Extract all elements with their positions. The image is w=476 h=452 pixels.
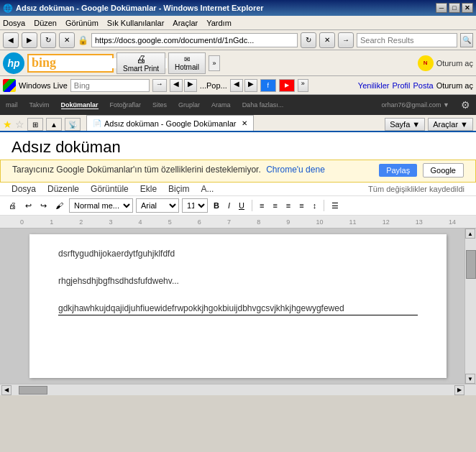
browser-btns: ◀ ▶ (230, 79, 257, 92)
extra-btn[interactable]: » (298, 79, 308, 92)
doc-menu-goruntule[interactable]: Görüntüle (91, 184, 129, 194)
promo-link[interactable]: Chrome'u dene (266, 165, 325, 175)
bing-search-box[interactable]: bing (27, 54, 114, 73)
nav-arama[interactable]: Arama (211, 101, 231, 109)
nav-mail[interactable]: mail (6, 101, 18, 109)
bold-btn[interactable]: B (211, 198, 222, 213)
tools-button[interactable]: Araçlar ▼ (428, 118, 473, 131)
refresh-address-button[interactable]: ↻ (301, 32, 316, 48)
scroll-up-btn[interactable]: ▲ (465, 229, 475, 239)
fav-star1[interactable]: ★ (3, 119, 12, 130)
page-button[interactable]: Sayfa ▼ (385, 118, 425, 131)
line-spacing-btn[interactable]: ↕ (310, 198, 320, 213)
feeds-btn[interactable]: 📡 (65, 118, 81, 131)
maximize-button[interactable]: □ (449, 3, 460, 13)
bing-search-input[interactable] (70, 79, 150, 92)
italic-btn[interactable]: I (225, 198, 233, 213)
doc-menu-dosya[interactable]: Dosya (12, 184, 36, 194)
nav-x-button[interactable]: ✕ (319, 32, 335, 48)
tab-bar: ★ ☆ ⊞ ▲ 📡 📄 Adsız doküman - Google Doküm… (0, 115, 476, 132)
align-left-btn[interactable]: ≡ (257, 198, 267, 213)
menu-yardim[interactable]: Yardım (206, 19, 232, 27)
doc-menu-duzenle[interactable]: Düzenle (47, 184, 79, 194)
back-button[interactable]: ◀ (3, 32, 19, 48)
menu-sik[interactable]: Sık Kullanılanlar (107, 19, 165, 27)
title-bar: 🌐 Adsız doküman - Google Dokümanlar - Wi… (0, 0, 476, 16)
nav-fwd-btn[interactable]: ▶ (184, 79, 197, 92)
facebook-icon[interactable]: f (260, 79, 276, 92)
youtube-icon[interactable]: ▶ (279, 79, 295, 92)
list-btn[interactable]: ☰ (329, 198, 342, 213)
print-tool-btn[interactable]: 🖨 (6, 198, 19, 213)
font-select[interactable]: Arial (136, 198, 179, 213)
google-button[interactable]: Google (423, 163, 464, 177)
doc-content: dsrftygudh​ijokaerdytfguhjklfdfd rhgjehs… (0, 229, 476, 384)
browser-btn1[interactable]: ◀ (230, 79, 243, 92)
style-select[interactable]: Normal me... (69, 198, 133, 213)
nav-gruplar[interactable]: Gruplar (178, 101, 200, 109)
redo-tool-btn[interactable]: ↪ (37, 198, 50, 213)
nav-daha[interactable]: Daha fazlası... (242, 101, 284, 109)
hotmail-icon: ✉ (184, 55, 190, 63)
gear-icon[interactable]: ⚙ (461, 99, 470, 111)
window-controls[interactable]: ─ □ ✕ (436, 3, 473, 13)
menu-araclar[interactable]: Araçlar (173, 19, 198, 27)
doc-menu-ekle[interactable]: Ekle (140, 184, 157, 194)
browser-btn2[interactable]: ▶ (244, 79, 257, 92)
user-account[interactable]: orhan76@gmail.com ▼ (381, 101, 449, 109)
winlive-go-button[interactable]: → (152, 79, 167, 92)
expand-toolbar-button[interactable]: » (209, 55, 220, 71)
app-navbar: mail Takvim Dokümanlar Fotoğraflar Sites… (0, 95, 476, 115)
refresh-button[interactable]: ↻ (40, 32, 56, 48)
nav-dokumanlar[interactable]: Dokümanlar (61, 101, 99, 109)
tab-title: Adsız doküman - Google Dokümanlar (104, 119, 236, 128)
align-center-btn[interactable]: ≡ (270, 198, 280, 213)
address-input[interactable] (91, 33, 298, 47)
yenilikler-link[interactable]: Yenilikler (358, 81, 390, 90)
hotmail-button[interactable]: ✉ Hotmail (168, 52, 206, 74)
posta-link[interactable]: Posta (413, 81, 434, 90)
minimize-button[interactable]: ─ (436, 3, 447, 13)
paint-format-btn[interactable]: 🖌 (52, 198, 66, 213)
scrollbar-bottom[interactable]: ◀ ▶ (0, 384, 476, 395)
align-right-btn[interactable]: ≡ (283, 198, 293, 213)
scroll-left-btn[interactable]: ◀ (1, 385, 12, 395)
tab-manager-btn[interactable]: ⊞ (27, 118, 43, 131)
search-go-button[interactable]: 🔍 (460, 33, 473, 47)
scroll-thumb[interactable] (466, 250, 476, 279)
nav-sites[interactable]: Sites (152, 101, 167, 109)
stop-button[interactable]: ✕ (59, 32, 75, 48)
doc-menu-bicim[interactable]: Biçim (168, 184, 189, 194)
align-justify-btn[interactable]: ≡ (296, 198, 306, 213)
scroll-down-btn[interactable]: ▼ (465, 374, 475, 384)
share-button[interactable]: Paylaş (379, 164, 417, 177)
page-tools: Sayfa ▼ Araçlar ▼ (385, 118, 473, 131)
scrollbar-right[interactable]: ▲ ▼ (464, 229, 476, 384)
doc-menu-more[interactable]: A... (201, 184, 214, 194)
active-tab[interactable]: 📄 Adsız doküman - Google Dokümanlar ✕ (86, 115, 254, 131)
tab-close-icon[interactable]: ✕ (242, 119, 247, 127)
font-size-select[interactable]: 11 (182, 198, 208, 213)
close-button[interactable]: ✕ (462, 3, 473, 13)
smart-print-button[interactable]: 🖨 Smart Print (116, 52, 165, 74)
profil-link[interactable]: Profil (392, 81, 410, 90)
nav-takvim[interactable]: Takvim (29, 101, 50, 109)
signin-text: Oturum aç (436, 59, 473, 68)
search-input[interactable] (357, 33, 457, 47)
bookmark-btn[interactable]: ▲ (46, 118, 62, 131)
scroll-right-btn[interactable]: ▶ (454, 385, 464, 395)
go-button[interactable]: → (338, 32, 354, 48)
underline-btn[interactable]: U (236, 198, 247, 213)
nav-fotograflar[interactable]: Fotoğraflar (110, 101, 142, 109)
forward-button[interactable]: ▶ (22, 32, 37, 48)
nav-back-btn[interactable]: ◀ (170, 79, 183, 92)
menu-gorunum[interactable]: Görünüm (65, 19, 99, 27)
h-scroll-thumb[interactable] (19, 386, 47, 395)
promo-bar: Tarayıcınız Google Dokümanlar'ın tüm öze… (0, 160, 476, 183)
toolbar-nav-buttons: ◀ ▶ (170, 79, 197, 92)
fav-star2[interactable]: ☆ (15, 119, 24, 130)
undo-tool-btn[interactable]: ↩ (22, 198, 35, 213)
menu-duzen[interactable]: Düzen (34, 19, 57, 27)
menu-dosya[interactable]: Dosya (3, 19, 25, 27)
doc-toolbar: 🖨 ↩ ↪ 🖌 Normal me... Arial 11 B I U ≡ ≡ … (0, 196, 476, 216)
